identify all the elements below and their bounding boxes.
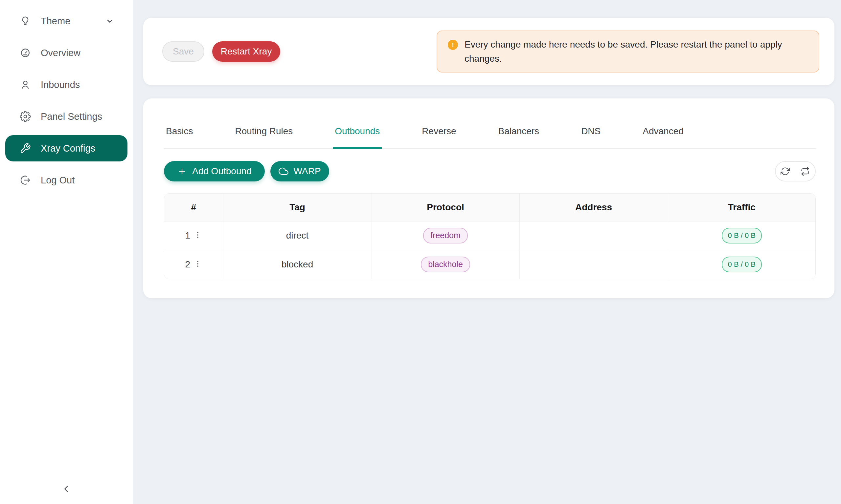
lightbulb-icon xyxy=(20,15,31,26)
sidebar-item-xray-configs[interactable]: Xray Configs xyxy=(5,135,127,161)
row-index: 1 xyxy=(185,230,190,241)
gauge-icon xyxy=(20,47,31,58)
toolbar-card: Save Restart Xray ! Every change made he… xyxy=(143,18,835,85)
warp-label: WARP xyxy=(294,166,321,177)
save-button[interactable]: Save xyxy=(162,41,204,62)
outbounds-table: # Tag Protocol Address Traffic 1 xyxy=(164,193,816,279)
tab-advanced[interactable]: Advanced xyxy=(640,126,686,149)
sidebar-item-label: Log Out xyxy=(41,175,74,186)
repeat-icon xyxy=(801,167,810,176)
sidebar-collapse-button[interactable] xyxy=(58,481,74,497)
logout-icon xyxy=(20,175,31,186)
warning-alert: ! Every change made here needs to be sav… xyxy=(436,31,819,73)
column-header-traffic: Traffic xyxy=(668,194,816,221)
wrench-icon xyxy=(20,143,31,154)
sidebar-nav: Theme Overview xyxy=(0,0,133,193)
traffic-badge: 0 B / 0 B xyxy=(722,257,762,272)
add-outbound-label: Add Outbound xyxy=(192,166,252,177)
cell-tag: blocked xyxy=(223,250,372,279)
column-header-address: Address xyxy=(519,194,668,221)
sidebar-item-label: Theme xyxy=(41,16,70,26)
user-icon xyxy=(20,79,31,90)
plus-icon xyxy=(177,166,187,176)
sidebar-item-inbounds[interactable]: Inbounds xyxy=(5,72,127,98)
config-tab-bar: Basics Routing Rules Outbounds Reverse B… xyxy=(164,126,816,149)
row-menu-icon[interactable] xyxy=(193,259,202,269)
xray-config-card: Basics Routing Rules Outbounds Reverse B… xyxy=(143,98,835,298)
sidebar-item-label: Inbounds xyxy=(41,79,80,90)
repeat-button[interactable] xyxy=(795,162,815,181)
tab-balancers[interactable]: Balancers xyxy=(496,126,542,149)
sync-icon xyxy=(780,167,790,176)
sidebar-item-log-out[interactable]: Log Out xyxy=(5,167,127,193)
tab-basics[interactable]: Basics xyxy=(164,126,195,149)
outbounds-actions-row: Add Outbound WARP xyxy=(164,161,816,181)
cloud-icon xyxy=(279,166,289,176)
table-row: 1 direct freedom xyxy=(164,221,816,250)
warning-alert-text: Every change made here needs to be saved… xyxy=(464,37,809,66)
tab-reverse[interactable]: Reverse xyxy=(420,126,458,149)
sidebar-item-label: Panel Settings xyxy=(41,111,102,122)
row-menu-icon[interactable] xyxy=(193,231,202,240)
column-header-tag: Tag xyxy=(223,194,372,221)
sidebar-item-panel-settings[interactable]: Panel Settings xyxy=(5,103,127,130)
chevron-down-icon xyxy=(105,16,114,25)
gear-icon xyxy=(20,111,31,122)
cell-address xyxy=(519,221,668,250)
main-content: Save Restart Xray ! Every change made he… xyxy=(133,0,841,504)
sidebar-item-label: Xray Configs xyxy=(41,143,95,154)
sidebar: Theme Overview xyxy=(0,0,133,504)
tab-routing-rules[interactable]: Routing Rules xyxy=(233,126,295,149)
table-header-row: # Tag Protocol Address Traffic xyxy=(164,194,816,221)
protocol-badge: freedom xyxy=(423,228,468,244)
sidebar-item-label: Overview xyxy=(41,48,81,58)
traffic-badge: 0 B / 0 B xyxy=(722,228,762,244)
cell-address xyxy=(519,250,668,279)
warning-icon: ! xyxy=(448,40,458,50)
table-row: 2 blocked blackhole xyxy=(164,250,816,279)
restart-xray-button[interactable]: Restart Xray xyxy=(212,41,280,62)
tab-outbounds[interactable]: Outbounds xyxy=(333,126,382,149)
cell-tag: direct xyxy=(223,221,372,250)
warp-button[interactable]: WARP xyxy=(270,161,329,181)
refresh-button[interactable] xyxy=(776,162,795,181)
table-tools-group xyxy=(775,161,816,181)
sidebar-item-overview[interactable]: Overview xyxy=(5,40,127,66)
tab-dns[interactable]: DNS xyxy=(579,126,602,149)
column-header-protocol: Protocol xyxy=(372,194,519,221)
chevron-left-icon xyxy=(61,484,72,494)
add-outbound-button[interactable]: Add Outbound xyxy=(164,161,265,181)
sidebar-item-theme[interactable]: Theme xyxy=(5,8,127,34)
protocol-badge: blackhole xyxy=(421,257,470,272)
row-index: 2 xyxy=(185,259,190,270)
column-header-index: # xyxy=(164,194,223,221)
